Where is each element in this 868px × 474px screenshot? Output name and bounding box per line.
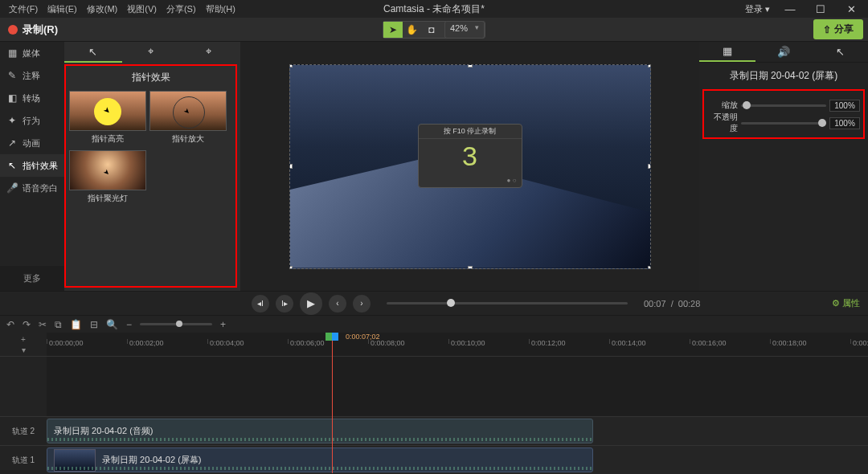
step-forward-button[interactable]: › bbox=[353, 295, 371, 313]
playback-slider[interactable] bbox=[387, 302, 628, 304]
resize-handle[interactable] bbox=[648, 164, 651, 169]
sidebar-more[interactable]: 更多 bbox=[0, 266, 64, 291]
menu-share[interactable]: 分享(S) bbox=[162, 2, 200, 17]
sidebar-label: 指针效果 bbox=[23, 160, 58, 172]
crop-tool[interactable]: ◘ bbox=[422, 22, 441, 38]
effects-tab-leftclick[interactable]: ⌖ bbox=[122, 42, 180, 63]
timeline-zoom-slider[interactable] bbox=[140, 323, 212, 325]
scale-value[interactable]: 100% bbox=[829, 100, 860, 112]
zoom-plus-button[interactable]: + bbox=[220, 319, 226, 330]
ruler-tick: 0:00:00;00 bbox=[47, 339, 84, 344]
maximize-button[interactable]: ☐ bbox=[810, 1, 831, 17]
copy-button[interactable]: ⧉ bbox=[55, 319, 62, 330]
scale-label: 缩放 bbox=[707, 100, 738, 111]
track-1[interactable]: 录制日期 20-04-02 (屏幕) bbox=[47, 446, 868, 474]
menu-help[interactable]: 帮助(H) bbox=[202, 2, 240, 17]
effect-thumb bbox=[149, 91, 227, 131]
resize-handle[interactable] bbox=[468, 64, 473, 67]
sidebar-item-animation[interactable]: ↗动画 bbox=[0, 132, 64, 154]
opacity-slider[interactable] bbox=[741, 122, 826, 125]
redo-button[interactable]: ↷ bbox=[23, 319, 31, 330]
sidebar-item-transition[interactable]: ◧转场 bbox=[0, 87, 64, 109]
properties-title: 录制日期 20-04-02 (屏幕) bbox=[699, 63, 868, 89]
canvas-area[interactable]: 按 F10 停止录制 3 ● ○ bbox=[240, 42, 699, 291]
sidebar-label: 转场 bbox=[23, 92, 40, 104]
properties-panel: ▦ 🔊 ↖ 录制日期 20-04-02 (屏幕) 缩放 100% 不透明度 10… bbox=[699, 42, 868, 291]
resize-handle[interactable] bbox=[468, 266, 473, 269]
login-link[interactable]: 登录 ▾ bbox=[745, 3, 770, 15]
split-button[interactable]: ⊟ bbox=[90, 319, 98, 330]
prev-frame-button[interactable]: ◂Ⅰ bbox=[252, 295, 269, 313]
track-2[interactable]: 录制日期 20-04-02 (音频) bbox=[47, 417, 868, 445]
ruler-tick: 0:00:20;00 bbox=[850, 339, 868, 344]
scale-slider[interactable] bbox=[741, 104, 826, 107]
sidebar-item-behavior[interactable]: ✦行为 bbox=[0, 109, 64, 132]
prop-tab-audio[interactable]: 🔊 bbox=[755, 42, 812, 62]
record-label: 录制(R) bbox=[23, 22, 58, 37]
timeline-ruler[interactable]: 0:00:07;02 0:00:00;000:00:02;000:00:04;0… bbox=[47, 333, 868, 356]
prop-tab-cursor[interactable]: ↖ bbox=[812, 42, 868, 62]
add-track-button[interactable]: + bbox=[21, 335, 26, 344]
sidebar-item-cursor-effects[interactable]: ↖指针效果 bbox=[0, 154, 64, 177]
play-button[interactable]: ▶ bbox=[300, 292, 322, 315]
undo-button[interactable]: ↶ bbox=[6, 319, 14, 330]
effect-thumb bbox=[69, 150, 146, 190]
menu-edit[interactable]: 编辑(E) bbox=[43, 2, 81, 17]
cursor-tool[interactable]: ➤ bbox=[383, 22, 403, 38]
sidebar-item-voice[interactable]: 🎤语音旁白 bbox=[0, 177, 64, 199]
timeline-toolbar: ↶ ↷ ✂ ⧉ 📋 ⊟ 🔍 − + bbox=[0, 315, 868, 333]
track-2-label[interactable]: 轨道 2 bbox=[0, 417, 47, 445]
prop-tab-visual[interactable]: ▦ bbox=[699, 42, 755, 62]
properties-button[interactable]: ⚙属性 bbox=[832, 297, 860, 309]
paste-button[interactable]: 📋 bbox=[70, 319, 82, 330]
effects-tab-cursor[interactable]: ↖ bbox=[64, 42, 122, 63]
opacity-label: 不透明度 bbox=[707, 112, 738, 134]
playhead[interactable] bbox=[332, 333, 333, 473]
sidebar-item-annotate[interactable]: ✎注释 bbox=[0, 64, 64, 87]
resize-handle[interactable] bbox=[648, 64, 651, 67]
playback-bar: ◂Ⅰ Ⅰ▸ ▶ ‹ › 00:07 / 00:28 ⚙属性 bbox=[0, 291, 868, 315]
ruler-tick: 0:00:14;00 bbox=[609, 339, 646, 344]
sidebar-label: 语音旁白 bbox=[23, 182, 58, 194]
resize-handle[interactable] bbox=[289, 164, 293, 169]
clip-video[interactable]: 录制日期 20-04-02 (屏幕) bbox=[47, 447, 593, 472]
zoom-minus-button[interactable]: − bbox=[126, 319, 132, 330]
record-button[interactable]: 录制(R) bbox=[0, 18, 66, 41]
ruler-tick: 0:00:16;00 bbox=[690, 339, 727, 344]
effect-thumb bbox=[69, 91, 146, 131]
zoom-select[interactable]: 42% bbox=[444, 21, 485, 39]
countdown-overlay: 按 F10 停止录制 3 ● ○ bbox=[418, 124, 522, 188]
zoom-out-button[interactable]: 🔍 bbox=[106, 319, 118, 330]
effect-cursor-zoom[interactable]: 指针放大 bbox=[149, 91, 227, 147]
collapse-tracks-button[interactable]: ▾ bbox=[22, 345, 26, 354]
minimize-button[interactable]: — bbox=[780, 1, 800, 17]
opacity-value[interactable]: 100% bbox=[829, 117, 860, 129]
effect-cursor-spotlight[interactable]: 指针聚光灯 bbox=[69, 150, 146, 206]
hand-tool[interactable]: ✋ bbox=[403, 22, 422, 38]
next-frame-button[interactable]: Ⅰ▸ bbox=[276, 295, 293, 313]
menu-view[interactable]: 视图(V) bbox=[123, 2, 161, 17]
cut-button[interactable]: ✂ bbox=[39, 319, 47, 330]
properties-box: 缩放 100% 不透明度 100% bbox=[702, 89, 865, 139]
canvas-frame[interactable]: 按 F10 停止录制 3 ● ○ bbox=[289, 64, 651, 269]
sidebar-item-media[interactable]: ▦媒体 bbox=[0, 42, 64, 64]
resize-handle[interactable] bbox=[289, 266, 293, 269]
ruler-tick: 0:00:06;00 bbox=[288, 339, 325, 344]
countdown-header: 按 F10 停止录制 bbox=[419, 125, 522, 139]
playhead-time: 0:00:07;02 bbox=[346, 333, 380, 341]
clip-audio[interactable]: 录制日期 20-04-02 (音频) bbox=[47, 419, 593, 443]
close-button[interactable]: ✕ bbox=[841, 1, 862, 17]
effects-title: 指针效果 bbox=[66, 66, 235, 88]
resize-handle[interactable] bbox=[648, 266, 651, 269]
track-1-label[interactable]: 轨道 1 bbox=[0, 446, 47, 474]
menu-modify[interactable]: 修改(M) bbox=[83, 2, 122, 17]
ruler-tick: 0:00:10;00 bbox=[448, 339, 485, 344]
effects-tab-rightclick[interactable]: ⌖ bbox=[179, 42, 237, 63]
menu-file[interactable]: 文件(F) bbox=[5, 2, 42, 17]
step-back-button[interactable]: ‹ bbox=[329, 295, 346, 313]
effect-cursor-highlight[interactable]: 指针高亮 bbox=[69, 91, 146, 147]
resize-handle[interactable] bbox=[289, 64, 293, 67]
effect-label: 指针高亮 bbox=[69, 131, 146, 147]
share-button[interactable]: ⇧ 分享 bbox=[813, 19, 863, 39]
annotate-icon: ✎ bbox=[6, 70, 18, 81]
